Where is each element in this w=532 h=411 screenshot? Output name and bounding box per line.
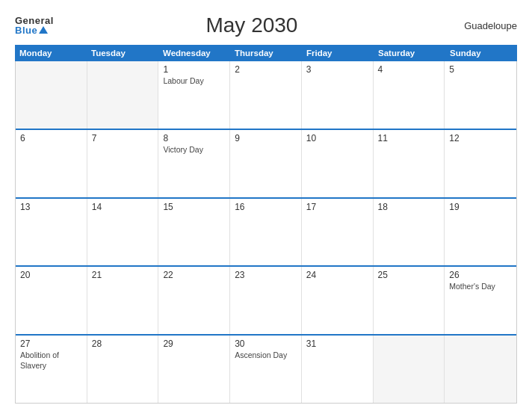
day-number: 24 [306, 270, 368, 280]
week-1: 1Labour Day2345 [16, 61, 516, 130]
day-number: 25 [378, 270, 440, 280]
cell-w2-d5: 10 [302, 130, 374, 197]
day-number: 10 [306, 133, 368, 143]
day-number: 29 [163, 339, 225, 349]
calendar-title: May 2030 [54, 13, 450, 37]
cell-w1-d7: 5 [445, 61, 516, 129]
cell-w1-d3: 1Labour Day [158, 61, 230, 129]
col-monday: Monday [15, 45, 87, 61]
cell-w5-d5: 31 [302, 336, 374, 403]
page: General Blue May 2030 Guadeloupe Monday … [0, 0, 532, 411]
event-label: Labour Day [163, 76, 225, 87]
header: General Blue May 2030 Guadeloupe [15, 13, 517, 37]
cell-w3-d7: 19 [445, 199, 516, 266]
day-number: 27 [20, 339, 82, 349]
cell-w1-d5: 3 [302, 61, 374, 129]
cell-w4-d1: 20 [16, 267, 87, 334]
day-number: 3 [306, 64, 368, 75]
cell-w4-d5: 24 [302, 267, 374, 334]
cell-w5-d6 [374, 336, 445, 403]
day-number: 9 [235, 133, 297, 143]
col-thursday: Thursday [230, 45, 302, 61]
cell-w2-d2: 7 [87, 130, 159, 197]
cell-w4-d7: 26Mother's Day [445, 267, 516, 334]
day-number: 20 [20, 270, 82, 280]
cell-w5-d4: 30Ascension Day [230, 336, 302, 403]
day-number: 6 [20, 133, 82, 143]
col-friday: Friday [302, 45, 374, 61]
day-number: 7 [92, 133, 154, 143]
day-number: 21 [92, 270, 154, 280]
calendar-header: Monday Tuesday Wednesday Thursday Friday… [15, 45, 517, 61]
day-number: 16 [235, 202, 297, 212]
cell-w4-d3: 22 [158, 267, 230, 334]
region-label: Guadeloupe [450, 20, 517, 31]
calendar: Monday Tuesday Wednesday Thursday Friday… [15, 45, 517, 404]
logo: General Blue [15, 16, 54, 35]
cell-w1-d2 [87, 61, 159, 129]
day-number: 30 [235, 339, 297, 349]
day-number: 1 [163, 64, 225, 75]
col-saturday: Saturday [374, 45, 445, 61]
cell-w4-d2: 21 [87, 267, 159, 334]
cell-w3-d3: 15 [158, 199, 230, 266]
day-number: 8 [163, 133, 225, 143]
cell-w5-d7 [445, 336, 516, 403]
cell-w4-d4: 23 [230, 267, 302, 334]
day-number: 26 [449, 270, 512, 280]
week-3: 13141516171819 [16, 199, 516, 268]
cell-w5-d2: 28 [87, 336, 159, 403]
cell-w2-d4: 9 [230, 130, 302, 197]
day-number: 18 [378, 202, 440, 212]
calendar-body: 1Labour Day2345678Victory Day91011121314… [15, 61, 517, 404]
day-number: 22 [163, 270, 225, 280]
cell-w1-d4: 2 [230, 61, 302, 129]
col-tuesday: Tuesday [87, 45, 158, 61]
event-label: Victory Day [163, 145, 225, 155]
event-label: Abolition of Slavery [20, 350, 82, 371]
cell-w2-d6: 11 [374, 130, 445, 197]
week-4: 20212223242526Mother's Day [16, 267, 516, 336]
cell-w2-d1: 6 [16, 130, 87, 197]
cell-w3-d1: 13 [16, 199, 87, 266]
day-number: 5 [449, 64, 512, 75]
day-number: 31 [306, 339, 368, 349]
day-number: 11 [378, 133, 440, 143]
cell-w5-d3: 29 [158, 336, 230, 403]
logo-blue-label: Blue [15, 25, 37, 35]
cell-w2-d7: 12 [445, 130, 516, 197]
cell-w3-d5: 17 [302, 199, 374, 266]
cell-w3-d2: 14 [87, 199, 159, 266]
day-number: 15 [163, 202, 225, 212]
day-number: 17 [306, 202, 368, 212]
col-wednesday: Wednesday [158, 45, 230, 61]
cell-w1-d1 [16, 61, 87, 129]
week-5: 27Abolition of Slavery282930Ascension Da… [16, 336, 516, 404]
event-label: Mother's Day [449, 282, 512, 292]
cell-w4-d6: 25 [374, 267, 445, 334]
day-number: 4 [378, 64, 440, 75]
day-number: 28 [92, 339, 154, 349]
cell-w5-d1: 27Abolition of Slavery [16, 336, 87, 403]
logo-triangle-icon [39, 26, 48, 34]
day-number: 23 [235, 270, 297, 280]
day-number: 12 [449, 133, 512, 143]
day-number: 14 [92, 202, 154, 212]
day-number: 2 [235, 64, 297, 75]
week-2: 678Victory Day9101112 [16, 130, 516, 199]
day-number: 13 [20, 202, 82, 212]
logo-blue-text: Blue [15, 25, 48, 35]
cell-w1-d6: 4 [374, 61, 445, 129]
cell-w3-d4: 16 [230, 199, 302, 266]
event-label: Ascension Day [235, 350, 297, 361]
cell-w3-d6: 18 [374, 199, 445, 266]
cell-w2-d3: 8Victory Day [158, 130, 230, 197]
day-number: 19 [449, 202, 512, 212]
col-sunday: Sunday [445, 45, 517, 61]
